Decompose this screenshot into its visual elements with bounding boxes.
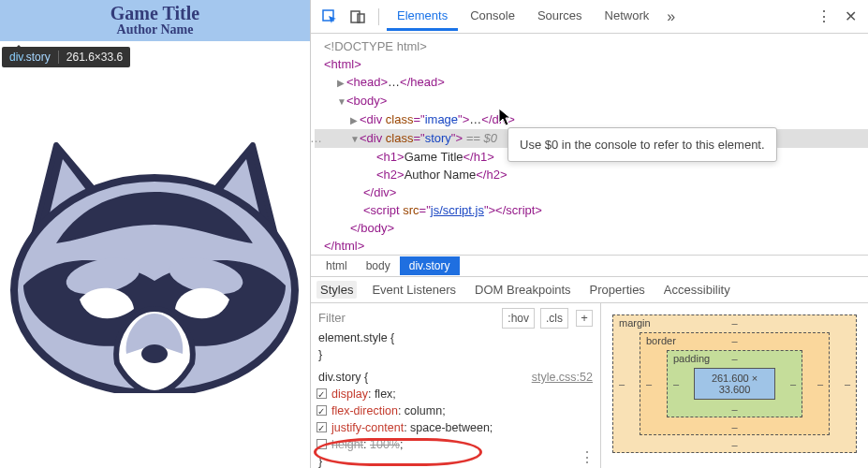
element-style-selector[interactable]: element.style {: [318, 329, 593, 346]
prop-val[interactable]: column: [405, 404, 442, 417]
device-toggle-icon[interactable]: [348, 7, 367, 26]
ellipsis: …: [388, 75, 400, 89]
breadcrumb-html[interactable]: html: [316, 256, 357, 275]
border-label: border: [646, 335, 676, 346]
styles-pane[interactable]: Filter :hov .cls + element.style { } sty…: [311, 303, 601, 468]
tab-event-listeners[interactable]: Event Listeners: [368, 281, 460, 299]
prop-toggle[interactable]: [316, 422, 327, 432]
raccoon-icon: [5, 112, 304, 393]
breadcrumb: html body div.story: [311, 255, 868, 277]
rule-selector[interactable]: div.story {: [318, 371, 368, 384]
close-icon[interactable]: ✕: [839, 4, 862, 29]
tab-accessibility[interactable]: Accessibility: [660, 281, 734, 299]
padding-label: padding: [673, 353, 710, 364]
tab-styles[interactable]: Styles: [316, 281, 357, 299]
box-model-padding[interactable]: padding – – – – 261.600 × 33.600: [667, 350, 802, 417]
breadcrumb-body[interactable]: body: [357, 256, 400, 275]
rule-source-link[interactable]: style.css:52: [532, 369, 593, 386]
prop-toggle[interactable]: [316, 405, 327, 416]
tab-elements[interactable]: Elements: [387, 3, 458, 31]
box-model-border[interactable]: border – – – – padding – – – – 261.600 ×…: [640, 332, 830, 435]
hero-image: [5, 103, 304, 402]
prop-name[interactable]: display: [331, 388, 368, 401]
rule-menu-icon[interactable]: ⋮: [580, 449, 595, 466]
prop-toggle[interactable]: [316, 439, 327, 449]
element-style-close: }: [318, 346, 593, 363]
tab-properties[interactable]: Properties: [586, 281, 649, 299]
box-model-margin[interactable]: margin – – – – border – – – – padding –: [612, 314, 857, 453]
box-model-pane: margin – – – – border – – – – padding –: [601, 303, 868, 468]
page-preview: Game Title Author Name div.story 261.6×3…: [0, 0, 310, 468]
add-rule-button[interactable]: +: [576, 310, 593, 327]
dollar-zero-tooltip: Use $0 in the console to refer to this e…: [508, 127, 777, 162]
h1-textnode: Game Title: [405, 150, 463, 164]
kebab-menu-icon[interactable]: ⋮: [811, 4, 837, 29]
author-name-heading: Author Name: [0, 22, 310, 38]
cls-toggle[interactable]: .cls: [540, 308, 568, 329]
script-src[interactable]: js/script.js: [431, 203, 484, 217]
prop-name[interactable]: flex-direction: [331, 404, 398, 417]
prop-name[interactable]: height: [331, 438, 363, 451]
prop-val[interactable]: flex: [375, 388, 392, 401]
inspect-icon[interactable]: [320, 7, 339, 26]
element-measure-tooltip: div.story 261.6×33.6: [2, 47, 130, 67]
divider: [378, 8, 379, 25]
tab-network[interactable]: Network: [595, 3, 660, 31]
breadcrumb-divstory[interactable]: div.story: [400, 256, 460, 275]
more-tabs-icon[interactable]: »: [661, 5, 681, 29]
selector-dims: 261.6×33.6: [58, 51, 123, 64]
devtools-panel: Elements Console Sources Network » ⋮ ✕ <…: [310, 0, 868, 468]
styles-tabbar: Styles Event Listeners DOM Breakpoints P…: [311, 277, 868, 303]
prop-val[interactable]: 100%: [370, 438, 400, 451]
rule-close: }: [318, 453, 593, 468]
prop-val[interactable]: space-between: [410, 421, 490, 434]
selector-tag: div: [9, 51, 22, 64]
tab-dom-breakpoints[interactable]: DOM Breakpoints: [471, 281, 575, 299]
selector-class: .story: [22, 51, 50, 64]
prop-toggle[interactable]: [316, 388, 327, 399]
story-banner: Game Title Author Name: [0, 0, 310, 41]
class-val: story: [425, 131, 451, 145]
hov-toggle[interactable]: :hov: [502, 308, 535, 329]
h2-textnode: Author Name: [405, 168, 477, 182]
styles-filter-input[interactable]: Filter: [318, 310, 346, 327]
prop-name[interactable]: justify-content: [331, 421, 404, 434]
devtools-tabbar: Elements Console Sources Network » ⋮ ✕: [311, 0, 868, 34]
box-model-content[interactable]: 261.600 × 33.600: [694, 368, 775, 400]
dollar-zero-hint: == $0: [466, 131, 497, 145]
svg-point-2: [141, 344, 168, 363]
game-title-heading: Game Title: [0, 4, 310, 22]
class-val: image: [425, 112, 458, 126]
margin-label: margin: [619, 317, 651, 329]
tab-sources[interactable]: Sources: [527, 3, 593, 31]
dom-tree[interactable]: <!DOCTYPE html> <html> <head>…</head> <b…: [311, 34, 868, 255]
tab-console[interactable]: Console: [460, 3, 525, 31]
svg-rect-5: [358, 14, 364, 22]
